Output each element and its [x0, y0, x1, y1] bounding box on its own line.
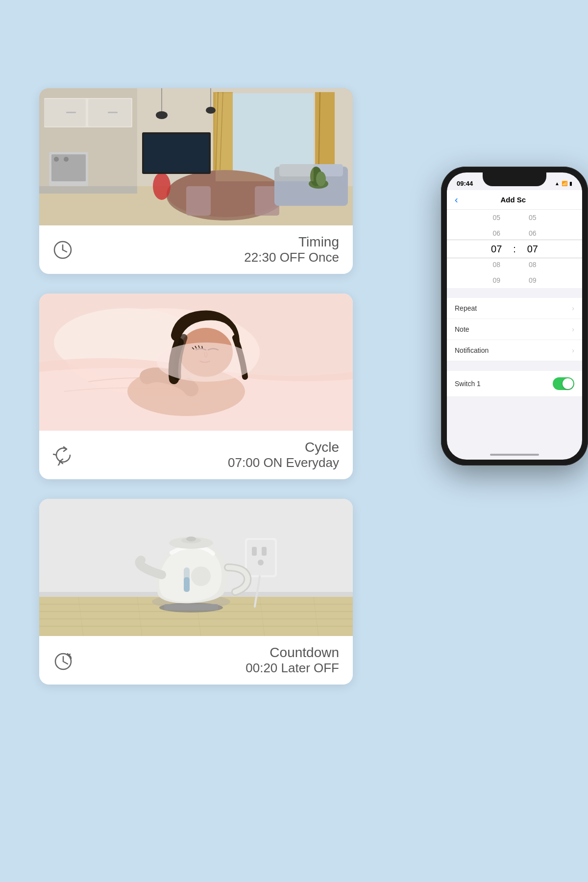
nav-title: Add Sc: [462, 196, 574, 204]
switch-toggle[interactable]: [553, 377, 574, 390]
timing-title: Timing: [244, 234, 339, 250]
switch-label: Switch 1: [455, 380, 481, 388]
repeat-label: Repeat: [455, 304, 477, 312]
countdown-subtitle: 00:20 Later OFF: [245, 661, 339, 676]
svg-rect-62: [252, 547, 257, 556]
time-picker[interactable]: 04 05 06 07 08 09 10 : 04 05 06 07 08 09: [447, 210, 582, 288]
settings-gap: [447, 288, 582, 298]
svg-rect-23: [186, 186, 211, 216]
clock-icon: [53, 240, 73, 260]
back-button[interactable]: ‹: [455, 194, 458, 205]
time-item-selected: 07: [482, 241, 511, 257]
notification-label: Notification: [455, 346, 489, 354]
time-separator: :: [511, 244, 518, 255]
countdown-card-text: Countdown 00:20 Later OFF: [245, 645, 339, 676]
svg-rect-67: [164, 604, 218, 610]
phone-screen: 09:44 ▲ 📶 ▮ ‹ Add Sc 04 05 06 07: [447, 172, 582, 460]
hour-column[interactable]: 04 05 06 07 08 09 10: [482, 210, 511, 288]
svg-rect-7: [66, 112, 76, 113]
notification-arrow: ›: [572, 346, 574, 354]
svg-rect-5: [44, 99, 86, 126]
svg-point-64: [258, 560, 264, 565]
time-item: 06: [482, 225, 511, 241]
cycle-title: Cycle: [228, 440, 339, 455]
time-item: 09: [482, 272, 511, 288]
cycle-card-footer: Cycle 07:00 ON Everyday: [39, 431, 353, 479]
countdown-card-footer: Countdown 00:20 Later OFF: [39, 636, 353, 685]
timing-card[interactable]: Timing 22:30 OFF Once: [39, 88, 353, 274]
time-item: 05: [518, 210, 547, 225]
timing-subtitle: 22:30 OFF Once: [244, 250, 339, 265]
svg-point-70: [186, 537, 196, 541]
repeat-row[interactable]: Repeat ›: [447, 298, 582, 319]
phone-mockup: 09:44 ▲ 📶 ▮ ‹ Add Sc 04 05 06 07: [441, 167, 588, 470]
svg-point-12: [64, 157, 69, 162]
wifi-icon: 📶: [562, 181, 567, 186]
countdown-title: Countdown: [245, 645, 339, 661]
time-item: 08: [482, 257, 511, 272]
svg-point-47: [157, 343, 255, 382]
battery-icon: ▮: [569, 181, 572, 186]
status-icons: ▲ 📶 ▮: [555, 181, 572, 186]
svg-rect-13: [39, 186, 137, 194]
feature-cards-section: Timing 22:30 OFF Once: [39, 88, 353, 685]
svg-point-30: [206, 107, 216, 114]
settings-gap-2: [447, 361, 582, 371]
time-item: 09: [518, 272, 547, 288]
time-item: 05: [482, 210, 511, 225]
status-time: 09:44: [457, 180, 473, 187]
cycle-card-image: [39, 294, 353, 431]
time-item-selected: 07: [518, 241, 547, 257]
note-arrow: ›: [572, 325, 574, 333]
minute-column[interactable]: 04 05 06 07 08 09 10: [518, 210, 547, 288]
svg-point-11: [54, 157, 59, 162]
cycle-subtitle: 07:00 ON Everyday: [228, 455, 339, 470]
svg-rect-8: [108, 112, 118, 113]
time-item: 08: [518, 257, 547, 272]
note-row[interactable]: Note ›: [447, 319, 582, 340]
svg-point-28: [156, 111, 168, 119]
timing-card-footer: Timing 22:30 OFF Once: [39, 225, 353, 274]
countdown-icon: [53, 650, 74, 671]
note-label: Note: [455, 325, 469, 333]
svg-rect-61: [247, 540, 275, 575]
phone-outer: 09:44 ▲ 📶 ▮ ‹ Add Sc 04 05 06 07: [441, 167, 588, 466]
notification-row[interactable]: Notification ›: [447, 340, 582, 361]
cycle-card-text: Cycle 07:00 ON Everyday: [228, 440, 339, 470]
cycle-icon: [53, 445, 74, 466]
svg-line-40: [63, 250, 67, 252]
phone-nav: ‹ Add Sc: [447, 190, 582, 210]
svg-rect-63: [262, 547, 267, 556]
svg-rect-33: [144, 134, 209, 172]
cycle-card[interactable]: Cycle 07:00 ON Everyday: [39, 294, 353, 479]
countdown-card[interactable]: Countdown 00:20 Later OFF: [39, 499, 353, 685]
countdown-card-image: [39, 499, 353, 636]
svg-point-73: [191, 566, 211, 586]
phone-notch: [483, 172, 546, 186]
time-item: 06: [518, 225, 547, 241]
timing-card-text: Timing 22:30 OFF Once: [244, 234, 339, 265]
svg-point-31: [153, 172, 171, 200]
signal-icon: ▲: [555, 181, 560, 186]
repeat-arrow: ›: [572, 304, 574, 312]
svg-point-36: [316, 172, 326, 186]
timing-card-image: [39, 88, 353, 225]
home-indicator[interactable]: [490, 454, 539, 456]
svg-rect-72: [184, 577, 190, 592]
switch-row[interactable]: Switch 1: [447, 371, 582, 397]
svg-rect-37: [216, 93, 314, 181]
